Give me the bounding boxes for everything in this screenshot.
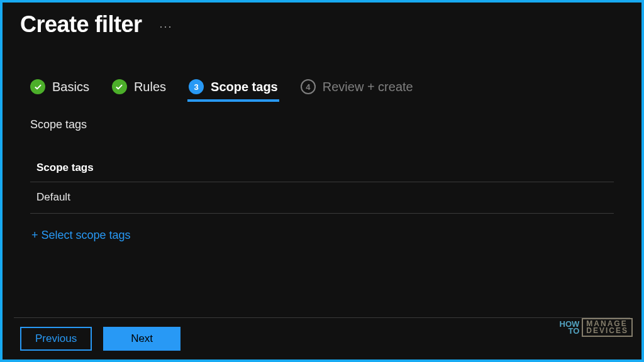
- header: Create filter ···: [3, 3, 641, 38]
- page-title: Create filter: [20, 11, 142, 38]
- create-filter-window: Create filter ··· Basics Rules 3 Scope t…: [3, 3, 641, 359]
- step-scope-tags[interactable]: 3 Scope tags: [189, 79, 278, 101]
- content-area: Scope tags Scope tags Default + Select s…: [3, 101, 641, 317]
- next-button[interactable]: Next: [103, 327, 180, 351]
- watermark: HOW TO MANAGE DEVICES: [560, 318, 633, 337]
- select-scope-tags-link[interactable]: + Select scope tags: [30, 214, 132, 242]
- footer: Previous Next: [3, 318, 641, 359]
- step-label: Rules: [134, 80, 166, 94]
- step-review-create[interactable]: 4 Review + create: [301, 79, 413, 101]
- step-rules[interactable]: Rules: [112, 79, 166, 101]
- more-icon[interactable]: ···: [160, 20, 173, 33]
- table-header: Scope tags: [30, 155, 614, 182]
- wizard-steps: Basics Rules 3 Scope tags 4 Review + cre…: [3, 38, 641, 101]
- check-icon: [30, 79, 45, 94]
- watermark-box: MANAGE DEVICES: [582, 318, 633, 337]
- previous-button[interactable]: Previous: [20, 327, 92, 351]
- section-label: Scope tags: [30, 118, 614, 131]
- watermark-how: HOW TO: [560, 321, 580, 334]
- step-label: Basics: [52, 80, 89, 94]
- check-icon: [112, 79, 127, 94]
- step-label: Scope tags: [211, 80, 278, 94]
- step-label: Review + create: [323, 80, 413, 94]
- step-number-icon: 4: [301, 79, 316, 94]
- step-basics[interactable]: Basics: [30, 79, 89, 101]
- step-number-icon: 3: [189, 79, 204, 94]
- table-row: Default: [30, 182, 614, 214]
